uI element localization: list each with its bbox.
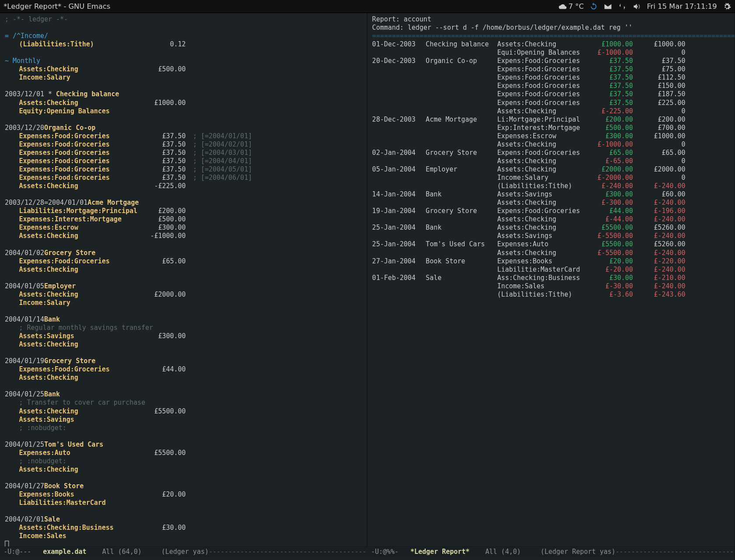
source-line[interactable]: Assets:Checking-£1000.00 — [5, 232, 363, 241]
report-row[interactable]: Liabilitie:MasterCard£-20.00£-240.00 — [372, 266, 732, 274]
report-row[interactable]: Equi:Opening Balances£-1000.000 — [372, 49, 732, 57]
source-line[interactable]: Assets:Checking£1000.00 — [5, 99, 363, 107]
source-line[interactable]: = /^Income/ — [5, 32, 363, 40]
report-row[interactable]: 20-Dec-2003Organic Co-opExpens:Food:Groc… — [372, 57, 732, 66]
report-row[interactable]: Expenses:Escrow£300.00£1000.00 — [372, 132, 732, 140]
mail-icon[interactable] — [604, 2, 612, 10]
left-pane-ledger-source[interactable]: ; -*- ledger -*-= /^Income/(Liabilities:… — [0, 13, 368, 546]
source-line[interactable]: Assets:Checking-£225.00 — [5, 182, 363, 190]
ledger-source-buffer[interactable]: ; -*- ledger -*-= /^Income/(Liabilities:… — [0, 13, 367, 546]
report-row[interactable]: Assets:Checking£-44.00£-240.00 — [372, 216, 732, 224]
source-line[interactable]: Assets:Checking£500.00 — [5, 66, 363, 74]
source-line[interactable]: Expenses:Books£20.00 — [5, 490, 363, 499]
source-line[interactable]: Income:Salary — [5, 299, 363, 307]
source-line[interactable]: Expenses:Food:Groceries£37.50; [=2004/05… — [5, 165, 363, 174]
source-line[interactable]: Assets:Checking£5500.00 — [5, 407, 363, 416]
report-row[interactable]: Expens:Food:Groceries£37.50£150.00 — [372, 82, 732, 91]
source-line[interactable]: Equity:Opening Balances — [5, 107, 363, 116]
report-row[interactable]: Assets:Savings£-5500.00£-240.00 — [372, 232, 732, 241]
report-row[interactable]: 19-Jan-2004Grocery StoreExpens:Food:Groc… — [372, 207, 732, 216]
source-line[interactable]: 2004/01/19 Grocery Store — [5, 357, 363, 366]
source-line[interactable]: Liabilities:Mortgage:Principal£200.00 — [5, 207, 363, 216]
source-line[interactable]: Assets:Checking — [5, 266, 363, 274]
report-row[interactable]: Expens:Food:Groceries£37.50£225.00 — [372, 99, 732, 107]
report-row[interactable]: Expens:Food:Groceries£37.50£112.50 — [372, 74, 732, 82]
source-line[interactable]: 2004/01/27 Book Store — [5, 482, 363, 490]
source-line[interactable]: 2004/02/01 Sale — [5, 516, 363, 524]
source-line[interactable]: Income:Salary — [5, 74, 363, 82]
clock[interactable]: Fri 15 Mar 17:11:19 — [647, 3, 717, 10]
report-row[interactable]: Expens:Food:Groceries£37.50£187.50 — [372, 91, 732, 99]
source-line[interactable]: Assets:Savings — [5, 416, 363, 424]
window-title: *Ledger Report* - GNU Emacs — [4, 3, 110, 10]
report-row[interactable]: (Liabilities:Tithe)£-3.60£-243.60 — [372, 290, 732, 299]
report-row[interactable]: 27-Jan-2004Book StoreExpenses:Books£20.0… — [372, 257, 732, 266]
mode-line-right[interactable]: -U:@%%- *Ledger Report* All (4,0) (Ledge… — [368, 548, 735, 555]
source-line[interactable]: Expenses:Food:Groceries£37.50; [=2004/04… — [5, 157, 363, 165]
report-row[interactable]: 02-Jan-2004Grocery StoreExpens:Food:Groc… — [372, 149, 732, 157]
report-row[interactable]: Income:Salary£-2000.000 — [372, 174, 732, 182]
source-line[interactable]: Income:Sales — [5, 532, 363, 541]
report-command: Command: ledger --sort d -f /home/borbus… — [372, 24, 732, 32]
source-line[interactable]: Expenses:Food:Groceries£37.50; [=2004/02… — [5, 140, 363, 149]
source-line[interactable]: Expenses:Food:Groceries£44.00 — [5, 366, 363, 374]
report-row[interactable]: Income:Sales£-30.00£-240.00 — [372, 282, 732, 290]
report-row[interactable]: 14-Jan-2004BankAssets:Savings£300.00£60.… — [372, 191, 732, 199]
source-line[interactable]: ; -*- ledger -*- — [5, 15, 363, 24]
source-line[interactable]: Assets:Savings£300.00 — [5, 332, 363, 340]
source-line[interactable]: Liabilities:MasterCard — [5, 499, 363, 508]
source-line[interactable]: Assets:Checking:Business£30.00 — [5, 524, 363, 532]
report-row[interactable]: 01-Dec-2003Checking balanceAssets:Checki… — [372, 41, 732, 49]
source-line[interactable]: 2003/12/20 Organic Co-op — [5, 124, 363, 132]
source-line[interactable]: Expenses:Food:Groceries£65.00 — [5, 257, 363, 266]
source-line[interactable]: Expenses:Interest:Mortgage£500.00 — [5, 216, 363, 224]
report-row[interactable]: 25-Jan-2004BankAssets:Checking£5500.00£5… — [372, 224, 732, 232]
volume-icon[interactable] — [633, 2, 641, 10]
source-line[interactable]: Assets:Checking — [5, 374, 363, 382]
report-row[interactable]: 28-Dec-2003Acme MortgageLi:Mortgage:Prin… — [372, 116, 732, 124]
right-pane-ledger-report[interactable]: Report: accountCommand: ledger --sort d … — [368, 13, 735, 546]
source-line[interactable]: ; :nobudget: — [5, 457, 363, 466]
report-title: Report: account — [372, 15, 732, 24]
report-row[interactable]: Assets:Checking£-1000.000 — [372, 140, 732, 149]
source-line[interactable]: Assets:Checking — [5, 466, 363, 474]
report-row[interactable]: Assets:Checking£-225.000 — [372, 107, 732, 116]
source-line[interactable]: ; Transfer to cover car purchase — [5, 399, 363, 407]
source-line[interactable]: Expenses:Food:Groceries£37.50; [=2004/01… — [5, 132, 363, 140]
source-line[interactable]: 2004/01/25 Tom's Used Cars — [5, 441, 363, 449]
ledger-report-buffer[interactable]: Report: accountCommand: ledger --sort d … — [368, 13, 735, 301]
source-line[interactable]: ; Regular monthly savings transfer — [5, 324, 363, 332]
mode-lines: -U:@--- example.dat All (64,0) (Ledger y… — [0, 546, 735, 556]
network-icon[interactable] — [618, 2, 626, 10]
report-row[interactable]: Assets:Checking£-5500.00£-240.00 — [372, 249, 732, 257]
source-line[interactable]: 2003/12/28=2004/01/01 Acme Mortgage — [5, 199, 363, 207]
source-line[interactable]: Expenses:Escrow£300.00 — [5, 224, 363, 232]
source-line[interactable]: 2004/01/14 Bank — [5, 315, 363, 324]
weather-indicator[interactable]: 7 °C — [558, 2, 584, 10]
source-line[interactable]: Expenses:Food:Groceries£37.50; [=2004/06… — [5, 174, 363, 182]
report-row[interactable]: (Liabilities:Tithe)£-240.00£-240.00 — [372, 182, 732, 190]
settings-icon[interactable] — [723, 2, 731, 10]
report-row[interactable]: Expens:Food:Groceries£37.50£75.00 — [372, 66, 732, 74]
refresh-icon[interactable] — [590, 2, 598, 10]
report-row[interactable]: Assets:Checking£-300.00£-240.00 — [372, 199, 732, 207]
mode-line-left[interactable]: -U:@--- example.dat All (64,0) (Ledger y… — [0, 548, 368, 555]
source-line[interactable]: 2004/01/02 Grocery Store — [5, 249, 363, 257]
source-line[interactable]: (Liabilities:Tithe)0.12 — [5, 41, 363, 49]
report-row[interactable]: 05-Jan-2004EmployerAssets:Checking£2000.… — [372, 165, 732, 174]
minibuffer[interactable] — [0, 556, 735, 560]
source-line[interactable]: 2004/01/05 Employer — [5, 282, 363, 290]
source-line[interactable]: ~ Monthly — [5, 57, 363, 66]
source-line[interactable]: Expenses:Food:Groceries£37.50; [=2004/03… — [5, 149, 363, 157]
source-line[interactable]: Assets:Checking£2000.00 — [5, 290, 363, 299]
report-row[interactable]: 25-Jan-2004Tom's Used CarsExpenses:Auto£… — [372, 241, 732, 249]
cloud-icon — [558, 2, 567, 10]
source-line[interactable]: ; :nobudget: — [5, 424, 363, 432]
report-row[interactable]: Exp:Interest:Mortgage£500.00£700.00 — [372, 124, 732, 132]
source-line[interactable]: 2004/01/25 Bank — [5, 391, 363, 399]
source-line[interactable]: 2003/12/01 * Checking balance — [5, 91, 363, 99]
report-row[interactable]: Assets:Checking£-65.000 — [372, 157, 732, 165]
source-line[interactable]: Expenses:Auto£5500.00 — [5, 449, 363, 457]
source-line[interactable]: Assets:Checking — [5, 340, 363, 349]
report-row[interactable]: 01-Feb-2004SaleAss:Checking:Business£30.… — [372, 274, 732, 282]
